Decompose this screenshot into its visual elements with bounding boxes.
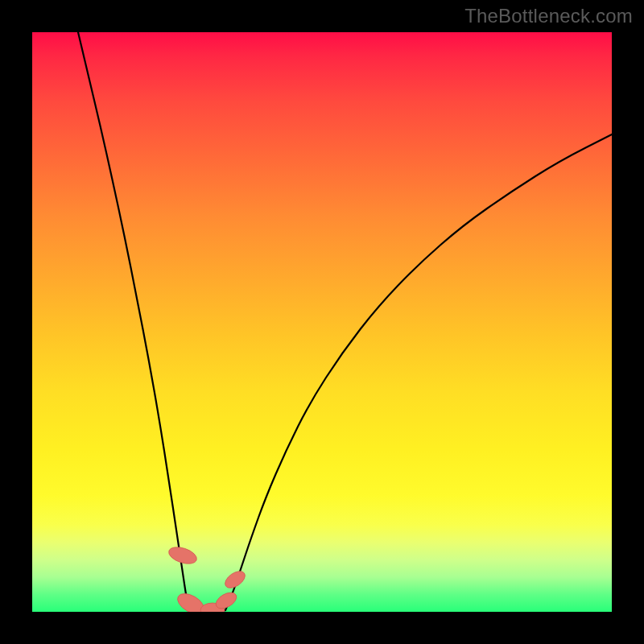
plot-area	[32, 32, 612, 612]
curve-markers	[167, 544, 248, 612]
watermark-text: TheBottleneck.com	[464, 5, 633, 27]
curve-layer	[32, 32, 612, 612]
curve-marker	[167, 544, 199, 567]
chart-frame: TheBottleneck.com	[0, 0, 644, 644]
curve-right-branch	[225, 134, 612, 610]
curve-left-branch	[78, 32, 188, 610]
